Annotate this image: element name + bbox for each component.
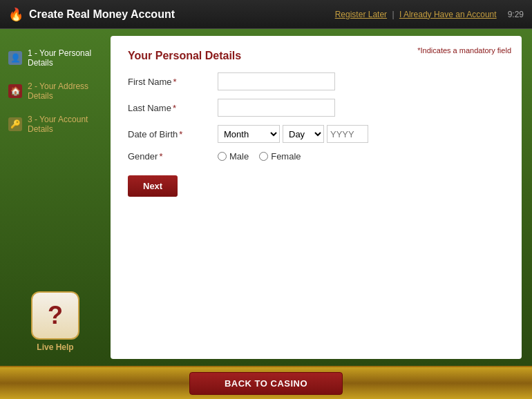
month-select[interactable]: Month JanuaryFebruaryMarch AprilMayJune … [218,125,280,143]
header-links: Register Later | I Already Have an Accou… [335,10,497,19]
gender-female-option[interactable]: Female [259,151,301,162]
gender-row: Gender* Male Female [128,151,504,162]
gender-male-label: Male [229,151,249,162]
app-title-text: Create Real Money Account [29,8,175,21]
footer: BACK TO CASINO [0,366,532,399]
header: 🔥 Create Real Money Account Register Lat… [0,0,532,29]
header-time: 9:29 [508,10,524,19]
form-content: *Indicates a mandatory field Your Person… [111,36,522,359]
step2-icon: 🏠 [8,84,22,98]
first-name-input[interactable] [218,72,335,90]
step3-label: 3 - Your Account Details [28,115,102,134]
gender-female-label: Female [271,151,301,162]
day-select[interactable]: Day 12345 678910 1112131415 1617181920 2… [283,125,324,143]
last-name-required: * [173,103,176,113]
live-help-button[interactable]: ? Live Help [31,291,79,352]
live-help-label: Live Help [37,342,73,352]
year-input[interactable] [327,125,368,143]
gender-required: * [159,151,162,162]
register-later-link[interactable]: Register Later [335,10,387,19]
next-button-row: Next [128,170,504,197]
last-name-input[interactable] [218,99,335,117]
app-title: 🔥 Create Real Money Account [8,7,175,22]
link-separator: | [392,10,394,19]
live-help-icon: ? [31,291,79,340]
dob-row: Date of Birth* Month JanuaryFebruaryMarc… [128,125,504,143]
dob-required: * [179,129,182,139]
first-name-label: First Name* [128,77,218,87]
gender-label: Gender* [128,151,218,162]
back-to-casino-button[interactable]: BACK TO CASINO [189,372,343,395]
already-have-account-link[interactable]: I Already Have an Account [399,10,497,19]
step2-label: 2 - Your Address Details [28,81,102,101]
sidebar-item-step1[interactable]: 👤 1 - Your Personal Details [0,43,111,73]
next-button[interactable]: Next [128,175,178,197]
last-name-label: Last Name* [128,103,218,113]
first-name-required: * [173,77,177,87]
gender-female-radio[interactable] [259,152,268,161]
main-layout: 👤 1 - Your Personal Details 🏠 2 - Your A… [0,29,532,366]
last-name-row: Last Name* [128,99,504,117]
mandatory-note: *Indicates a mandatory field [417,46,511,55]
step3-icon: 🔑 [8,117,22,131]
dob-label: Date of Birth* [128,129,218,139]
step1-label: 1 - Your Personal Details [28,48,102,68]
sidebar-item-step2[interactable]: 🏠 2 - Your Address Details [0,76,111,106]
sidebar-item-step3[interactable]: 🔑 3 - Your Account Details [0,109,111,139]
dob-inputs: Month JanuaryFebruaryMarch AprilMayJune … [218,125,368,143]
gender-male-radio[interactable] [218,152,227,161]
step1-icon: 👤 [8,51,22,65]
flame-icon: 🔥 [8,7,23,22]
gender-options: Male Female [218,151,301,162]
sidebar: 👤 1 - Your Personal Details 🏠 2 - Your A… [0,29,111,366]
gender-male-option[interactable]: Male [218,151,249,162]
first-name-row: First Name* [128,72,504,90]
